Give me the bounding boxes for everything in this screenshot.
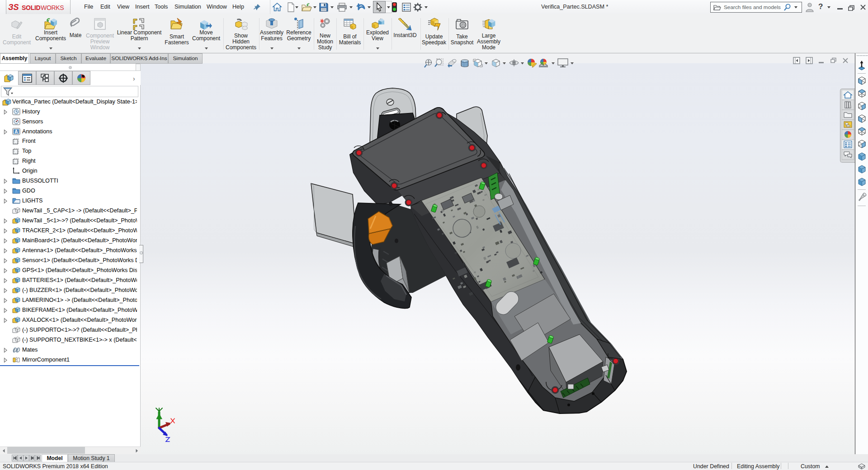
svg-text:A: A: [14, 129, 18, 134]
